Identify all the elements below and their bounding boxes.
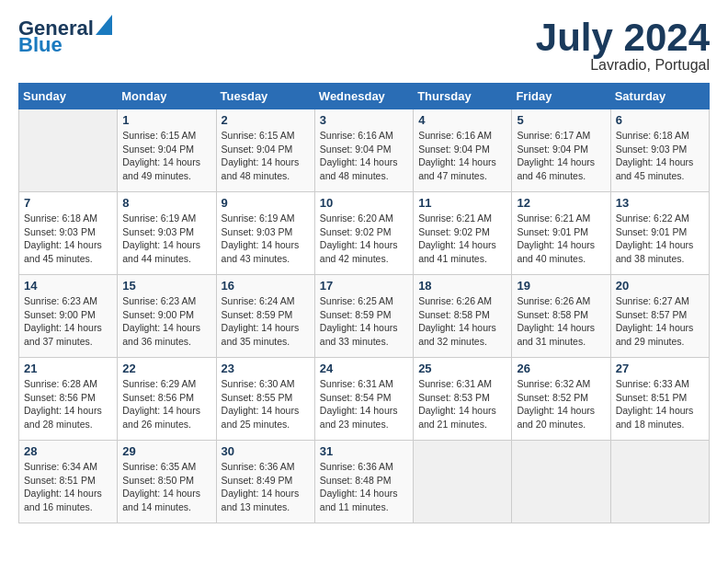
weekday-header-row: SundayMondayTuesdayWednesdayThursdayFrid… — [19, 84, 710, 109]
day-number: 21 — [24, 362, 112, 375]
calendar-cell — [610, 441, 709, 523]
calendar-cell: 4Sunrise: 6:16 AM Sunset: 9:04 PM Daylig… — [414, 109, 512, 192]
day-info: Sunrise: 6:30 AM Sunset: 8:55 PM Dayligh… — [222, 377, 310, 431]
day-number: 7 — [24, 196, 112, 210]
calendar-cell: 25Sunrise: 6:31 AM Sunset: 8:53 PM Dayli… — [414, 358, 512, 441]
day-number: 13 — [616, 196, 704, 210]
day-number: 5 — [517, 113, 605, 127]
calendar-cell: 18Sunrise: 6:26 AM Sunset: 8:58 PM Dayli… — [414, 275, 512, 358]
calendar-cell: 27Sunrise: 6:33 AM Sunset: 8:51 PM Dayli… — [610, 358, 709, 441]
calendar-cell: 23Sunrise: 6:30 AM Sunset: 8:55 PM Dayli… — [216, 358, 314, 441]
day-number: 20 — [616, 279, 704, 293]
calendar-cell: 12Sunrise: 6:21 AM Sunset: 9:01 PM Dayli… — [512, 192, 610, 275]
day-number: 18 — [418, 279, 506, 293]
day-info: Sunrise: 6:18 AM Sunset: 9:03 PM Dayligh… — [616, 129, 704, 183]
calendar-cell: 20Sunrise: 6:27 AM Sunset: 8:57 PM Dayli… — [610, 275, 709, 358]
calendar-week-row: 21Sunrise: 6:28 AM Sunset: 8:56 PM Dayli… — [19, 358, 710, 441]
day-number: 11 — [418, 196, 506, 210]
calendar-cell: 10Sunrise: 6:20 AM Sunset: 9:02 PM Dayli… — [314, 192, 413, 275]
calendar-cell: 5Sunrise: 6:17 AM Sunset: 9:04 PM Daylig… — [512, 109, 610, 192]
day-info: Sunrise: 6:33 AM Sunset: 8:51 PM Dayligh… — [616, 377, 704, 431]
calendar-week-row: 1Sunrise: 6:15 AM Sunset: 9:04 PM Daylig… — [19, 109, 710, 192]
calendar-body: 1Sunrise: 6:15 AM Sunset: 9:04 PM Daylig… — [19, 109, 710, 523]
day-info: Sunrise: 6:18 AM Sunset: 9:03 PM Dayligh… — [24, 212, 112, 266]
day-info: Sunrise: 6:36 AM Sunset: 8:48 PM Dayligh… — [320, 460, 408, 514]
calendar-cell — [414, 441, 512, 523]
day-number: 1 — [122, 113, 210, 127]
day-number: 27 — [616, 362, 704, 375]
day-number: 23 — [222, 362, 310, 375]
calendar-cell: 2Sunrise: 6:15 AM Sunset: 9:04 PM Daylig… — [216, 109, 314, 192]
day-number: 26 — [517, 362, 605, 375]
day-number: 8 — [122, 196, 210, 210]
calendar-cell: 9Sunrise: 6:19 AM Sunset: 9:03 PM Daylig… — [216, 192, 314, 275]
day-info: Sunrise: 6:17 AM Sunset: 9:04 PM Dayligh… — [517, 129, 605, 183]
weekday-header-wednesday: Wednesday — [314, 84, 413, 109]
calendar-cell: 13Sunrise: 6:22 AM Sunset: 9:01 PM Dayli… — [610, 192, 709, 275]
day-info: Sunrise: 6:15 AM Sunset: 9:04 PM Dayligh… — [122, 129, 210, 183]
calendar-header: SundayMondayTuesdayWednesdayThursdayFrid… — [19, 84, 710, 109]
svg-marker-0 — [96, 15, 112, 35]
calendar-cell: 22Sunrise: 6:29 AM Sunset: 8:56 PM Dayli… — [118, 358, 216, 441]
day-number: 22 — [122, 362, 210, 375]
calendar-cell: 24Sunrise: 6:31 AM Sunset: 8:54 PM Dayli… — [314, 358, 413, 441]
weekday-header-thursday: Thursday — [414, 84, 512, 109]
day-number: 3 — [320, 113, 408, 127]
day-info: Sunrise: 6:26 AM Sunset: 8:58 PM Dayligh… — [418, 294, 506, 349]
day-info: Sunrise: 6:34 AM Sunset: 8:51 PM Dayligh… — [24, 460, 112, 514]
day-number: 4 — [418, 113, 506, 127]
logo: General Blue — [18, 18, 112, 55]
logo-triangle-icon — [96, 15, 112, 35]
logo-blue: Blue — [18, 35, 63, 55]
day-info: Sunrise: 6:16 AM Sunset: 9:04 PM Dayligh… — [418, 129, 506, 183]
calendar-cell: 31Sunrise: 6:36 AM Sunset: 8:48 PM Dayli… — [314, 441, 413, 523]
day-info: Sunrise: 6:24 AM Sunset: 8:59 PM Dayligh… — [222, 294, 310, 349]
day-number: 9 — [222, 196, 310, 210]
day-info: Sunrise: 6:26 AM Sunset: 8:58 PM Dayligh… — [517, 294, 605, 349]
day-number: 12 — [517, 196, 605, 210]
calendar-cell: 7Sunrise: 6:18 AM Sunset: 9:03 PM Daylig… — [19, 192, 118, 275]
day-number: 10 — [320, 196, 408, 210]
calendar-cell: 17Sunrise: 6:25 AM Sunset: 8:59 PM Dayli… — [314, 275, 413, 358]
day-info: Sunrise: 6:19 AM Sunset: 9:03 PM Dayligh… — [122, 212, 210, 266]
day-info: Sunrise: 6:29 AM Sunset: 8:56 PM Dayligh… — [122, 377, 210, 431]
page-header: General Blue July 2024 Lavradio, Portuga… — [18, 18, 710, 74]
day-number: 15 — [122, 279, 210, 293]
calendar-cell: 29Sunrise: 6:35 AM Sunset: 8:50 PM Dayli… — [118, 441, 216, 523]
day-info: Sunrise: 6:23 AM Sunset: 9:00 PM Dayligh… — [24, 294, 112, 349]
day-number: 17 — [320, 279, 408, 293]
calendar-cell: 11Sunrise: 6:21 AM Sunset: 9:02 PM Dayli… — [414, 192, 512, 275]
location-subtitle: Lavradio, Portugal — [536, 57, 710, 74]
calendar-cell: 19Sunrise: 6:26 AM Sunset: 8:58 PM Dayli… — [512, 275, 610, 358]
calendar-cell: 14Sunrise: 6:23 AM Sunset: 9:00 PM Dayli… — [19, 275, 118, 358]
calendar-cell: 8Sunrise: 6:19 AM Sunset: 9:03 PM Daylig… — [118, 192, 216, 275]
day-number: 29 — [122, 444, 210, 458]
month-title: July 2024 — [536, 18, 710, 57]
day-info: Sunrise: 6:35 AM Sunset: 8:50 PM Dayligh… — [122, 460, 210, 514]
calendar-cell: 28Sunrise: 6:34 AM Sunset: 8:51 PM Dayli… — [19, 441, 118, 523]
day-info: Sunrise: 6:15 AM Sunset: 9:04 PM Dayligh… — [222, 129, 310, 183]
calendar-cell: 26Sunrise: 6:32 AM Sunset: 8:52 PM Dayli… — [512, 358, 610, 441]
calendar-cell — [19, 109, 118, 192]
day-info: Sunrise: 6:19 AM Sunset: 9:03 PM Dayligh… — [222, 212, 310, 266]
calendar-cell: 3Sunrise: 6:16 AM Sunset: 9:04 PM Daylig… — [314, 109, 413, 192]
weekday-header-monday: Monday — [118, 84, 216, 109]
day-number: 24 — [320, 362, 408, 375]
day-info: Sunrise: 6:31 AM Sunset: 8:53 PM Dayligh… — [418, 377, 506, 431]
calendar-week-row: 14Sunrise: 6:23 AM Sunset: 9:00 PM Dayli… — [19, 275, 710, 358]
day-info: Sunrise: 6:21 AM Sunset: 9:01 PM Dayligh… — [517, 212, 605, 266]
day-info: Sunrise: 6:21 AM Sunset: 9:02 PM Dayligh… — [418, 212, 506, 266]
day-number: 14 — [24, 279, 112, 293]
calendar-week-row: 28Sunrise: 6:34 AM Sunset: 8:51 PM Dayli… — [19, 441, 710, 523]
calendar-cell: 30Sunrise: 6:36 AM Sunset: 8:49 PM Dayli… — [216, 441, 314, 523]
day-number: 25 — [418, 362, 506, 375]
calendar-cell: 6Sunrise: 6:18 AM Sunset: 9:03 PM Daylig… — [610, 109, 709, 192]
day-info: Sunrise: 6:25 AM Sunset: 8:59 PM Dayligh… — [320, 294, 408, 349]
day-number: 16 — [222, 279, 310, 293]
day-number: 28 — [24, 444, 112, 458]
title-block: July 2024 Lavradio, Portugal — [536, 18, 710, 74]
calendar-cell — [512, 441, 610, 523]
day-number: 6 — [616, 113, 704, 127]
calendar-cell: 15Sunrise: 6:23 AM Sunset: 9:00 PM Dayli… — [118, 275, 216, 358]
day-info: Sunrise: 6:16 AM Sunset: 9:04 PM Dayligh… — [320, 129, 408, 183]
